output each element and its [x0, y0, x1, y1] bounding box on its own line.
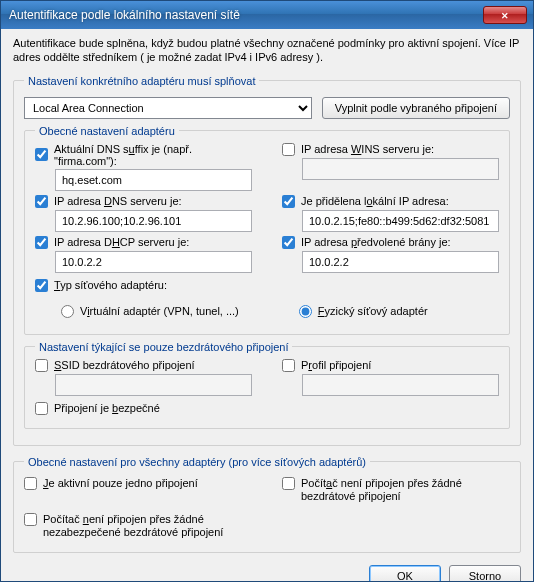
profile-checkbox[interactable]: [282, 359, 295, 372]
wins-input[interactable]: [302, 158, 499, 180]
profile-field: Profil připojení: [282, 359, 499, 396]
wins-field: IP adresa WINS serveru je:: [282, 143, 499, 191]
dns-suffix-label: Aktuální DNS suffix je (např. "firma.com…: [54, 143, 252, 167]
one-active-label: Je aktivní pouze jedno připojení: [43, 477, 198, 490]
fill-from-connection-button[interactable]: Vyplnit podle vybraného připojení: [322, 97, 510, 119]
ssid-label: SSID bezdrátového připojení: [54, 359, 195, 371]
client-area: Autentifikace bude splněna, když budou p…: [1, 29, 533, 581]
ssid-input[interactable]: [55, 374, 252, 396]
adapter-settings-frame: Nastavení konkrétního adaptéru musí splň…: [13, 75, 521, 446]
close-icon: [501, 10, 509, 21]
wins-checkbox[interactable]: [282, 143, 295, 156]
general-legend: Obecné nastavení adaptéru: [35, 125, 179, 137]
all-adapters-legend: Obecné nastavení pro všechny adaptéry (p…: [24, 456, 370, 468]
ssid-checkbox[interactable]: [35, 359, 48, 372]
footer-buttons: OK Storno: [13, 559, 521, 581]
none-insecure-wl-label: Počítač není připojen přes žádné nezabez…: [43, 513, 252, 539]
dns-suffix-checkbox[interactable]: [35, 148, 48, 161]
dhcp-field: IP adresa DHCP serveru je:: [35, 236, 252, 273]
ok-button[interactable]: OK: [369, 565, 441, 581]
none-wireless-checkbox[interactable]: [282, 477, 295, 490]
physical-adapter-label: Fyzický síťový adaptér: [318, 305, 428, 317]
profile-input[interactable]: [302, 374, 499, 396]
local-ip-field: Je přidělena lokální IP adresa:: [282, 195, 499, 232]
dhcp-label: IP adresa DHCP serveru je:: [54, 236, 189, 248]
dns-ip-checkbox[interactable]: [35, 195, 48, 208]
gateway-label: IP adresa předvolené brány je:: [301, 236, 451, 248]
physical-adapter-radio[interactable]: [299, 305, 312, 318]
dns-suffix-field: Aktuální DNS suffix je (např. "firma.com…: [35, 143, 252, 191]
virtual-adapter-radio[interactable]: [61, 305, 74, 318]
none-insecure-wl-checkbox[interactable]: [24, 513, 37, 526]
dhcp-checkbox[interactable]: [35, 236, 48, 249]
secure-conn-label: Připojení je bezpečné: [54, 402, 160, 414]
profile-label: Profil připojení: [301, 359, 371, 371]
dns-suffix-input[interactable]: [55, 169, 252, 191]
one-active-checkbox[interactable]: [24, 477, 37, 490]
close-button[interactable]: [483, 6, 527, 24]
net-type-checkbox[interactable]: [35, 279, 48, 292]
local-ip-label: Je přidělena lokální IP adresa:: [301, 195, 449, 207]
adapter-frame-legend: Nastavení konkrétního adaptéru musí splň…: [24, 75, 259, 87]
gateway-checkbox[interactable]: [282, 236, 295, 249]
local-ip-input[interactable]: [302, 210, 499, 232]
titlebar: Autentifikace podle lokálního nastavení …: [1, 1, 533, 29]
virtual-adapter-label: Virtuální adaptér (VPN, tunel, ...): [80, 305, 239, 317]
cancel-button[interactable]: Storno: [449, 565, 521, 581]
window-title: Autentifikace podle lokálního nastavení …: [9, 8, 483, 22]
dhcp-input[interactable]: [55, 251, 252, 273]
gateway-field: IP adresa předvolené brány je:: [282, 236, 499, 273]
adapter-combo[interactable]: Local Area Connection: [24, 97, 312, 119]
general-adapter-frame: Obecné nastavení adaptéru Aktuální DNS s…: [24, 125, 510, 335]
all-adapters-frame: Obecné nastavení pro všechny adaptéry (p…: [13, 456, 521, 554]
wireless-frame: Nastavení týkající se pouze bezdrátového…: [24, 341, 510, 429]
local-ip-checkbox[interactable]: [282, 195, 295, 208]
net-type-label: Typ síťového adaptéru:: [54, 279, 167, 291]
ssid-field: SSID bezdrátového připojení: [35, 359, 252, 396]
intro-text: Autentifikace bude splněna, když budou p…: [13, 37, 521, 65]
dialog-window: Autentifikace podle lokálního nastavení …: [0, 0, 534, 582]
dns-ip-input[interactable]: [55, 210, 252, 232]
dns-ip-field: IP adresa DNS serveru je:: [35, 195, 252, 232]
wireless-legend: Nastavení týkající se pouze bezdrátového…: [35, 341, 292, 353]
wins-label: IP adresa WINS serveru je:: [301, 143, 434, 155]
none-wireless-label: Počítač není připojen přes žádné bezdrát…: [301, 477, 510, 503]
dns-ip-label: IP adresa DNS serveru je:: [54, 195, 182, 207]
gateway-input[interactable]: [302, 251, 499, 273]
secure-conn-checkbox[interactable]: [35, 402, 48, 415]
